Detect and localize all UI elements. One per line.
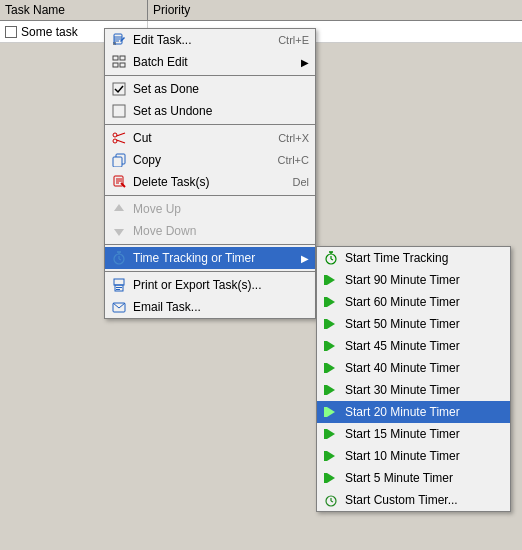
- menu-item-print-export[interactable]: Print or Export Task(s)...: [105, 274, 315, 296]
- start-15-label: Start 15 Minute Timer: [345, 427, 460, 441]
- svg-marker-37: [327, 297, 335, 307]
- menu-item-time-tracking[interactable]: Time Tracking or Timer ▶ Start Time Trac…: [105, 247, 315, 269]
- svg-line-32: [331, 259, 333, 260]
- menu-item-copy[interactable]: Copy Ctrl+C: [105, 149, 315, 171]
- submenu-item-custom[interactable]: Start Custom Timer...: [317, 489, 510, 511]
- task-name: Some task: [21, 25, 78, 39]
- svg-rect-17: [113, 157, 122, 167]
- svg-rect-58: [114, 279, 124, 285]
- submenu-item-45[interactable]: Start 45 Minute Timer: [317, 335, 510, 357]
- move-down-label: Move Down: [133, 224, 309, 238]
- batch-icon: [111, 54, 127, 70]
- submenu-item-10[interactable]: Start 10 Minute Timer: [317, 445, 510, 467]
- set-undone-label: Set as Undone: [133, 104, 309, 118]
- svg-marker-49: [327, 429, 335, 439]
- svg-rect-36: [324, 275, 327, 285]
- svg-rect-61: [116, 289, 120, 290]
- scissors-icon: [111, 130, 127, 146]
- timer-50-icon: [323, 316, 339, 332]
- svg-rect-42: [324, 341, 327, 351]
- timer-10-icon: [323, 448, 339, 464]
- set-done-label: Set as Done: [133, 82, 309, 96]
- separator-3: [105, 195, 315, 196]
- batch-edit-arrow: ▶: [301, 57, 309, 68]
- start-40-label: Start 40 Minute Timer: [345, 361, 460, 375]
- start-90-label: Start 90 Minute Timer: [345, 273, 460, 287]
- delete-shortcut: Del: [292, 176, 309, 188]
- arrow-up-icon: [111, 201, 127, 217]
- separator-1: [105, 75, 315, 76]
- menu-item-delete-task[interactable]: Delete Task(s) Del: [105, 171, 315, 193]
- submenu-item-start-time-tracking[interactable]: Start Time Tracking: [317, 247, 510, 269]
- print-icon: [111, 277, 127, 293]
- column-priority: Priority: [148, 0, 195, 20]
- submenu-item-60[interactable]: Start 60 Minute Timer: [317, 291, 510, 313]
- svg-marker-51: [327, 451, 335, 461]
- menu-item-set-undone[interactable]: Set as Undone: [105, 100, 315, 122]
- svg-marker-47: [327, 407, 335, 417]
- cut-label: Cut: [133, 131, 272, 145]
- svg-rect-50: [324, 429, 327, 439]
- email-task-label: Email Task...: [133, 300, 309, 314]
- task-checkbox[interactable]: [5, 26, 17, 38]
- svg-rect-38: [324, 297, 327, 307]
- timer-30-icon: [323, 382, 339, 398]
- time-tracking-submenu: Start Time Tracking Start 90 Minute Time…: [316, 246, 511, 512]
- svg-rect-48: [324, 407, 327, 417]
- menu-item-cut[interactable]: Cut Ctrl+X: [105, 127, 315, 149]
- submenu-item-5[interactable]: Start 5 Minute Timer: [317, 467, 510, 489]
- submenu-item-30[interactable]: Start 30 Minute Timer: [317, 379, 510, 401]
- timer-20-icon: [323, 404, 339, 420]
- pencil-icon: [111, 32, 127, 48]
- separator-4: [105, 244, 315, 245]
- svg-marker-45: [327, 385, 335, 395]
- submenu-item-40[interactable]: Start 40 Minute Timer: [317, 357, 510, 379]
- start-50-label: Start 50 Minute Timer: [345, 317, 460, 331]
- menu-item-set-done[interactable]: Set as Done: [105, 78, 315, 100]
- svg-marker-53: [327, 473, 335, 483]
- submenu-item-90[interactable]: Start 90 Minute Timer: [317, 269, 510, 291]
- svg-marker-23: [114, 204, 124, 211]
- menu-item-move-up[interactable]: Move Up: [105, 198, 315, 220]
- start-10-label: Start 10 Minute Timer: [345, 449, 460, 463]
- svg-rect-40: [324, 319, 327, 329]
- edit-task-label: Edit Task...: [133, 33, 272, 47]
- svg-marker-41: [327, 341, 335, 351]
- start-time-tracking-label: Start Time Tracking: [345, 251, 448, 265]
- batch-edit-label: Batch Edit: [133, 55, 291, 69]
- timer-custom-icon: [323, 492, 339, 508]
- submenu-item-15[interactable]: Start 15 Minute Timer: [317, 423, 510, 445]
- submenu-item-20[interactable]: Start 20 Minute Timer: [317, 401, 510, 423]
- menu-item-edit-task[interactable]: Edit Task... Ctrl+E: [105, 29, 315, 51]
- grid-header: Task Name Priority: [0, 0, 522, 21]
- menu-item-move-down[interactable]: Move Down: [105, 220, 315, 242]
- timer-40-icon: [323, 360, 339, 376]
- svg-rect-46: [324, 385, 327, 395]
- separator-2: [105, 124, 315, 125]
- svg-rect-44: [324, 363, 327, 373]
- copy-shortcut: Ctrl+C: [278, 154, 309, 166]
- start-60-label: Start 60 Minute Timer: [345, 295, 460, 309]
- checkmark-icon: [111, 81, 127, 97]
- svg-rect-9: [120, 63, 125, 67]
- timer-60-icon: [323, 294, 339, 310]
- edit-task-shortcut: Ctrl+E: [278, 34, 309, 46]
- svg-rect-11: [113, 105, 125, 117]
- time-tracking-arrow: ▶: [301, 253, 309, 264]
- menu-item-email-task[interactable]: Email Task...: [105, 296, 315, 318]
- start-5-label: Start 5 Minute Timer: [345, 471, 453, 485]
- svg-marker-35: [327, 275, 335, 285]
- timer-icon: [111, 250, 127, 266]
- email-icon: [111, 299, 127, 315]
- svg-line-14: [117, 133, 126, 136]
- start-45-label: Start 45 Minute Timer: [345, 339, 460, 353]
- separator-5: [105, 271, 315, 272]
- submenu-item-50[interactable]: Start 50 Minute Timer: [317, 313, 510, 335]
- timer-90-icon: [323, 272, 339, 288]
- svg-rect-7: [120, 56, 125, 60]
- start-30-label: Start 30 Minute Timer: [345, 383, 460, 397]
- time-tracking-label: Time Tracking or Timer: [133, 251, 291, 265]
- delete-icon: [111, 174, 127, 190]
- svg-rect-8: [113, 63, 118, 67]
- menu-item-batch-edit[interactable]: Batch Edit ▶: [105, 51, 315, 73]
